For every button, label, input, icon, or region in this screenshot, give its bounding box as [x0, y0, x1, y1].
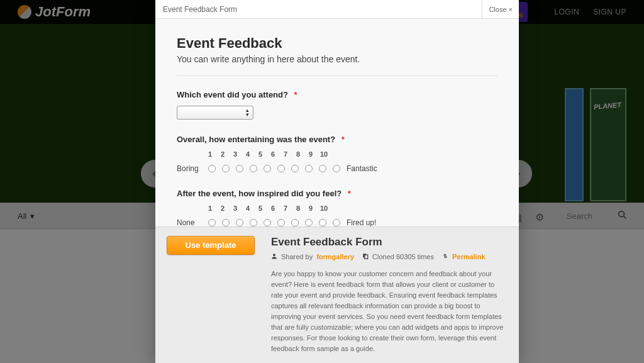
scale-num: 3: [232, 150, 238, 158]
scale-numbers: 1 2 3 4 5 6 7 8 9 10: [207, 204, 376, 212]
scale-radio[interactable]: [208, 165, 216, 172]
scale-inspired: 1 2 3 4 5 6 7 8 9 10 None: [177, 204, 376, 226]
footer-description: Are you happy to know your customer conc…: [271, 269, 508, 354]
scale-num: 8: [295, 204, 301, 212]
scale-radio[interactable]: [305, 219, 313, 226]
footer-left: Use template: [167, 236, 255, 354]
cloned-count: Cloned 60305 times: [372, 253, 434, 260]
scale-radio[interactable]: [277, 165, 285, 172]
scale-row: Boring Fantastic: [177, 164, 377, 173]
scale-numbers: 1 2 3 4 5 6 7 8 9 10: [207, 150, 377, 158]
user-icon: [271, 252, 277, 261]
question-entertaining: Overall, how entertaining was the event?…: [177, 135, 497, 174]
required-icon: *: [341, 135, 345, 144]
scale-radio[interactable]: [291, 165, 299, 172]
scale-radio[interactable]: [333, 165, 340, 172]
scale-radio[interactable]: [264, 165, 271, 172]
scale-radio[interactable]: [264, 219, 271, 226]
use-template-button[interactable]: Use template: [167, 236, 255, 255]
modal-body: Event Feedback You can write anything in…: [155, 19, 519, 226]
scale-num: 7: [282, 204, 289, 212]
modal-footer: Use template Event Feedback Form Shared …: [155, 226, 519, 363]
scale-num: 9: [308, 150, 314, 158]
scale-num: 6: [270, 150, 276, 158]
required-icon: *: [294, 90, 297, 99]
scale-row: None Fired up!: [177, 218, 376, 226]
scale-radio[interactable]: [277, 219, 285, 226]
scale-num: 9: [308, 204, 314, 212]
footer-title: Event Feedback Form: [271, 236, 508, 249]
scale-radio[interactable]: [208, 219, 216, 226]
template-preview-modal: Event Feedback Form Close × Event Feedba…: [155, 0, 519, 363]
clone-icon: [362, 252, 369, 261]
scale-radio[interactable]: [333, 219, 340, 226]
modal-header: Event Feedback Form Close ×: [155, 0, 519, 19]
scale-radio[interactable]: [305, 165, 313, 172]
scale-num: 6: [270, 204, 276, 212]
scale-num: 8: [295, 150, 301, 158]
footer-info: Event Feedback Form Shared by formgaller…: [271, 236, 508, 354]
question-text: Overall, how entertaining was the event?: [177, 135, 335, 144]
scale-radio[interactable]: [250, 165, 257, 172]
form-subtitle: You can write anything in here about the…: [177, 54, 497, 64]
scale-label-left: Boring: [177, 164, 202, 173]
shared-by-prefix: Shared by: [281, 253, 313, 260]
scale-label-right: Fantastic: [347, 164, 377, 173]
scale-radio[interactable]: [319, 219, 326, 226]
scale-entertaining: 1 2 3 4 5 6 7 8 9 10 Boring: [177, 150, 377, 173]
scale-num: 3: [232, 204, 238, 212]
question-event: Which event did you attend? * ▴▾: [177, 90, 497, 120]
close-button[interactable]: Close ×: [482, 0, 519, 18]
question-text: After the event, how inspired did you fe…: [177, 189, 341, 198]
scale-radio[interactable]: [236, 165, 243, 172]
question-label: Which event did you attend? *: [177, 90, 497, 99]
scale-num: 2: [219, 204, 226, 212]
question-label: Overall, how entertaining was the event?…: [177, 135, 497, 144]
scale-radio[interactable]: [236, 219, 243, 226]
required-icon: *: [348, 189, 351, 198]
svg-point-2: [273, 254, 275, 256]
form-title: Event Feedback: [177, 35, 497, 52]
scale-num: 2: [219, 150, 226, 158]
scale-radio[interactable]: [222, 165, 230, 172]
question-label: After the event, how inspired did you fe…: [177, 189, 497, 198]
shared-by-user[interactable]: formgallery: [316, 253, 354, 260]
scale-num: 5: [257, 150, 264, 158]
divider: [177, 75, 497, 76]
footer-meta: Shared by formgallery Cloned 60305 times…: [271, 252, 508, 261]
scale-radio[interactable]: [319, 165, 326, 172]
permalink[interactable]: Permalink: [452, 253, 486, 260]
event-select[interactable]: ▴▾: [177, 106, 253, 120]
scale-radio[interactable]: [291, 219, 299, 226]
scale-radio[interactable]: [250, 219, 257, 226]
link-icon: [442, 252, 448, 261]
question-text: Which event did you attend?: [177, 90, 288, 99]
scale-num: 1: [207, 204, 213, 212]
scale-num: 10: [320, 204, 326, 212]
modal-title: Event Feedback Form: [163, 5, 237, 14]
scale-label-right: Fired up!: [347, 218, 376, 226]
scale-num: 7: [282, 150, 289, 158]
scale-num: 10: [320, 150, 326, 158]
scale-radio[interactable]: [222, 219, 230, 226]
scale-label-left: None: [177, 218, 202, 226]
svg-rect-4: [365, 255, 368, 259]
scale-num: 5: [257, 204, 264, 212]
scale-num: 4: [245, 204, 251, 212]
question-inspired: After the event, how inspired did you fe…: [177, 189, 497, 226]
scale-num: 4: [245, 150, 251, 158]
scale-num: 1: [207, 150, 213, 158]
select-chevrons-icon: ▴▾: [246, 108, 249, 117]
